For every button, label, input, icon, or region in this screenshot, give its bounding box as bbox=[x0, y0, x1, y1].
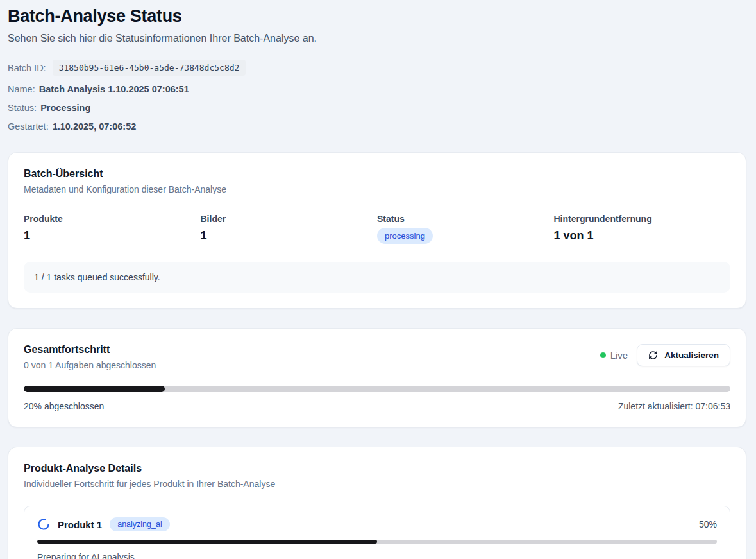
stat-produkte-value: 1 bbox=[24, 229, 201, 243]
overview-stats-grid: Produkte 1 Bilder 1 Status processing Hi… bbox=[24, 214, 730, 244]
stat-status: Status processing bbox=[377, 214, 554, 244]
progress-card-controls: Live Aktualisieren bbox=[600, 344, 730, 366]
stat-hintergrundentfernung-label: Hintergrundentfernung bbox=[554, 214, 731, 224]
page-subtitle: Sehen Sie sich hier die Statusinformatio… bbox=[8, 33, 746, 44]
batch-id-label: Batch ID: bbox=[8, 63, 46, 73]
live-label: Live bbox=[610, 350, 628, 361]
details-card-subtitle: Individueller Fortschritt für jedes Prod… bbox=[24, 479, 730, 489]
progress-footer: 20% abgeschlossen Zuletzt aktualisiert: … bbox=[24, 401, 730, 411]
stat-hintergrundentfernung-value: 1 von 1 bbox=[554, 229, 731, 243]
refresh-button-label: Aktualisieren bbox=[664, 350, 719, 360]
status-value: Processing bbox=[40, 103, 90, 113]
queue-info-box: 1 / 1 tasks queued successfully. bbox=[24, 262, 730, 293]
stat-produkte: Produkte 1 bbox=[24, 214, 201, 244]
progress-card-title: Gesamtfortschritt bbox=[24, 344, 156, 356]
stat-bilder: Bilder 1 bbox=[201, 214, 378, 244]
overview-card: Batch-Übersicht Metadaten und Konfigurat… bbox=[8, 152, 746, 309]
status-row: Status: Processing bbox=[8, 103, 746, 113]
refresh-button[interactable]: Aktualisieren bbox=[637, 344, 730, 366]
overall-progress-fill bbox=[24, 386, 165, 392]
page-title: Batch-Analyse Status bbox=[8, 6, 746, 26]
status-badge: processing bbox=[377, 228, 433, 244]
product-row-header: Produkt 1 analyzing_ai 50% bbox=[37, 517, 717, 531]
details-card: Produkt-Analyse Details Individueller Fo… bbox=[8, 447, 746, 559]
stat-hintergrundentfernung: Hintergrundentfernung 1 von 1 bbox=[554, 214, 731, 244]
started-label: Gestartet: bbox=[8, 121, 49, 132]
overview-card-title: Batch-Übersicht bbox=[24, 168, 730, 180]
status-label: Status: bbox=[8, 103, 37, 113]
last-updated-label: Zuletzt aktualisiert: 07:06:53 bbox=[618, 401, 730, 411]
progress-card-subtitle: 0 von 1 Aufgaben abgeschlossen bbox=[24, 360, 156, 370]
product-row: Produkt 1 analyzing_ai 50% Preparing for… bbox=[24, 506, 730, 559]
progress-percent-label: 20% abgeschlossen bbox=[24, 401, 104, 411]
overall-progress-bar bbox=[24, 386, 730, 392]
product-progress-bar bbox=[37, 540, 717, 544]
started-value: 1.10.2025, 07:06:52 bbox=[53, 121, 137, 132]
product-name: Produkt 1 bbox=[58, 519, 102, 530]
product-status-message: Preparing for AI analysis... bbox=[37, 552, 717, 559]
progress-card: Gesamtfortschritt 0 von 1 Aufgaben abges… bbox=[8, 328, 746, 427]
name-row: Name: Batch Analysis 1.10.2025 07:06:51 bbox=[8, 84, 746, 94]
batch-id-row: Batch ID: 31850b95-61e6-45b0-a5de-73848d… bbox=[8, 60, 746, 76]
spinner-icon bbox=[37, 518, 50, 531]
name-label: Name: bbox=[8, 84, 35, 94]
stat-bilder-label: Bilder bbox=[201, 214, 378, 224]
details-card-title: Produkt-Analyse Details bbox=[24, 463, 730, 474]
live-indicator: Live bbox=[600, 350, 628, 361]
stat-produkte-label: Produkte bbox=[24, 214, 201, 224]
progress-card-titles: Gesamtfortschritt 0 von 1 Aufgaben abges… bbox=[24, 344, 156, 370]
progress-card-header: Gesamtfortschritt 0 von 1 Aufgaben abges… bbox=[24, 344, 730, 370]
batch-id-value: 31850b95-61e6-45b0-a5de-73848dc5c8d2 bbox=[53, 60, 246, 76]
stat-status-label: Status bbox=[377, 214, 554, 224]
product-progress-fill bbox=[37, 540, 377, 544]
page-container: Batch-Analyse Status Sehen Sie sich hier… bbox=[0, 0, 756, 559]
started-row: Gestartet: 1.10.2025, 07:06:52 bbox=[8, 121, 746, 132]
name-value: Batch Analysis 1.10.2025 07:06:51 bbox=[39, 84, 189, 94]
stat-bilder-value: 1 bbox=[201, 229, 378, 243]
live-dot-icon bbox=[600, 352, 606, 358]
product-status-badge: analyzing_ai bbox=[110, 517, 170, 531]
product-percent-label: 50% bbox=[699, 519, 717, 529]
refresh-icon bbox=[648, 350, 658, 360]
overview-card-subtitle: Metadaten und Konfiguration dieser Batch… bbox=[24, 184, 730, 194]
